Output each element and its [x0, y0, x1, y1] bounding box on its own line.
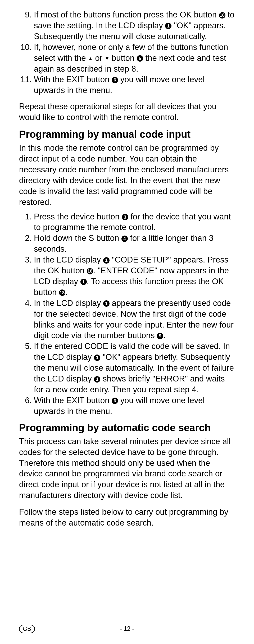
list-item: 1. Press the device button 3 for the dev… [19, 211, 235, 233]
list-item: 2. Hold down the S button 4 for a little… [19, 233, 235, 255]
item-number: 2. [19, 233, 32, 255]
list-item: 3. In the LCD display 1 "CODE SETUP" app… [19, 255, 235, 298]
top-list: 9. If most of the buttons function press… [19, 10, 235, 96]
list-item: 4. In the LCD display 1 appears the pres… [19, 298, 235, 341]
ref-num-icon: 1 [103, 257, 110, 264]
ref-num-icon: 1 [94, 376, 100, 383]
repeat-para: Repeat these operational steps for all d… [19, 101, 235, 123]
item-text: In the LCD display 1 appears the present… [34, 298, 235, 341]
item-number: 3. [19, 255, 32, 298]
item-text: With the EXIT button 6 you will move one… [34, 395, 235, 417]
item-text: With the EXIT button 6 you will move one… [34, 74, 235, 96]
item-text: If the entered CODE is valid the code wi… [34, 341, 235, 395]
ref-num-icon: 6 [112, 398, 118, 404]
follow-para: Follow the steps listed below to carry o… [19, 507, 235, 528]
item-number: 10. [19, 42, 32, 75]
list-item: 6. With the EXIT button 6 you will move … [19, 395, 235, 417]
page-number: - 12 - [120, 625, 134, 632]
down-arrow-icon: ▼ [105, 56, 110, 61]
ref-num-icon: 6 [112, 77, 118, 83]
item-number: 6. [19, 395, 32, 417]
list-item: 11. With the EXIT button 6 you will move… [19, 74, 235, 96]
item-number: 9. [19, 10, 32, 42]
item-text: Hold down the S button 4 for a little lo… [34, 233, 235, 255]
item-text: If most of the buttons function press th… [34, 10, 235, 42]
list-item: 10. If, however, none or only a few of t… [19, 42, 235, 75]
intro-manual: In this mode the remote control can be p… [19, 143, 235, 208]
ref-num-icon: 1 [94, 355, 100, 361]
ref-num-icon: 18 [59, 289, 65, 296]
heading-auto: Programming by automatic code search [19, 422, 235, 434]
ref-num-icon: 4 [121, 236, 128, 242]
heading-manual: Programming by manual code input [19, 129, 235, 140]
page: 9. If most of the buttons function press… [0, 0, 254, 644]
item-text: In the LCD display 1 "CODE SETUP" appear… [34, 255, 235, 298]
list-item: 9. If most of the buttons function press… [19, 10, 235, 42]
region-badge: GB [19, 625, 35, 633]
ref-num-icon: 3 [122, 214, 128, 220]
item-number: 11. [19, 74, 32, 96]
page-footer: GB - 12 - [0, 625, 254, 632]
up-arrow-icon: ▲ [88, 56, 93, 61]
ref-num-icon: 1 [80, 279, 87, 285]
item-text: If, however, none or only a few of the b… [34, 42, 235, 75]
ref-num-icon: 5 [137, 55, 143, 62]
ref-num-icon: 1 [103, 300, 110, 307]
ref-num-icon: 18 [87, 268, 93, 274]
ref-num-icon: 18 [219, 12, 225, 19]
ref-num-icon: 1 [165, 23, 171, 29]
intro-auto: This process can take several minutes pe… [19, 436, 235, 501]
mid-list: 1. Press the device button 3 for the dev… [19, 211, 235, 417]
ref-num-icon: 9 [157, 333, 163, 339]
item-number: 4. [19, 298, 32, 341]
item-number: 1. [19, 211, 32, 233]
item-number: 5. [19, 341, 32, 395]
item-text: Press the device button 3 for the device… [34, 211, 235, 233]
list-item: 5. If the entered CODE is valid the code… [19, 341, 235, 395]
